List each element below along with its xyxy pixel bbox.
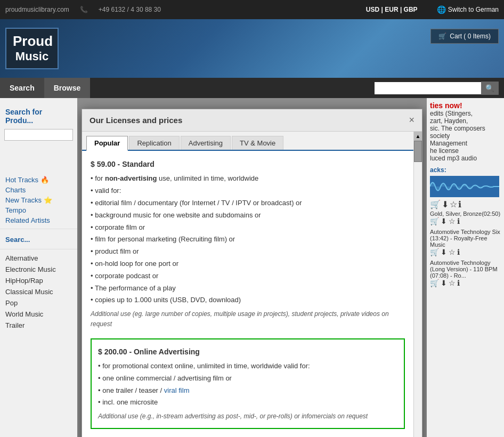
cart-button[interactable]: 🛒 Cart ( 0 Items): [430, 29, 499, 44]
standard-bullet-4: corporate film or: [91, 222, 405, 233]
advertising-bullet-4: incl. one microsite: [98, 397, 397, 408]
switch-language-label[interactable]: Switch to German: [448, 6, 499, 13]
track-1-info-icon[interactable]: ℹ: [457, 217, 460, 225]
tab-popular[interactable]: Popular: [86, 136, 128, 151]
track-item-2: Automotive Technology Six (13:42) - Roya…: [430, 229, 501, 256]
nav-search-input[interactable]: [375, 82, 481, 94]
tab-advertising[interactable]: Advertising: [181, 136, 231, 150]
track-2-actions: 🛒 ⬇ ☆ ℹ: [430, 248, 501, 256]
sidebar-item-tempo[interactable]: Tempo: [0, 205, 77, 215]
modal-overlay: Our Licenses and prices × Popular Replic…: [77, 98, 427, 437]
track-item-1: Gold, Silver, Bronze(02:50) 🛒 ⬇ ☆ ℹ: [430, 211, 501, 225]
license-modal: Our Licenses and prices × Popular Replic…: [82, 109, 422, 437]
sidebar-genre-electronic[interactable]: Electronic Music: [0, 264, 77, 275]
promo-line4: society: [430, 132, 501, 140]
standard-note: Additional use (eg. large number of copi…: [91, 309, 405, 329]
modal-close-button[interactable]: ×: [409, 115, 414, 126]
scrollbar-up-button[interactable]: ▲: [414, 132, 422, 141]
nav-search-area: 🔍: [375, 82, 499, 95]
advertising-bullet-2: one online commercial / advertising film…: [98, 373, 397, 384]
currency-selector[interactable]: USD | EUR | GBP: [366, 6, 418, 13]
gbp-label[interactable]: GBP: [404, 6, 418, 13]
sidebar-search-label: Searc...: [0, 232, 77, 246]
usd-label[interactable]: USD: [366, 6, 379, 13]
scrollbar-thumb[interactable]: [414, 141, 422, 162]
right-panel: ties now! edits (Stingers, zart, Hayden,…: [427, 98, 504, 437]
left-sidebar: Search for Produ... Hot Tracks Charts Ne…: [0, 98, 77, 437]
promo-line3: sic. The composers: [430, 125, 501, 132]
modal-title: Our Licenses and prices: [90, 116, 182, 125]
tab-replication[interactable]: Replication: [129, 136, 179, 150]
nav-search-label: Search: [10, 84, 35, 92]
sidebar-genre-trailer[interactable]: Trailer: [0, 320, 77, 331]
track-1-download-icon[interactable]: ⬇: [441, 217, 447, 225]
cart-icon: 🛒: [438, 33, 446, 40]
modal-body: Popular Replication Advertising TV & Mov…: [82, 132, 422, 437]
sidebar-item-charts[interactable]: Charts: [0, 185, 77, 195]
track-3-cart-icon[interactable]: 🛒: [430, 279, 439, 287]
nav-browse-label: Browse: [54, 84, 81, 92]
cart-add-icon[interactable]: 🛒: [430, 199, 441, 209]
track-3-actions: 🛒 ⬇ ☆ ℹ: [430, 279, 501, 287]
standard-bullet-5: film for personal marketing (Recruiting …: [91, 234, 405, 245]
sidebar-genre-classical[interactable]: Classical Music: [0, 286, 77, 297]
standard-bullet-1: for non-advertising use, unlimited in ti…: [91, 173, 405, 184]
top-bar: proudmusiclibrary.com 📞 +49 6132 / 4 30 …: [0, 0, 504, 19]
nav-search-button[interactable]: 🔍: [481, 82, 499, 95]
track-3-fav-icon[interactable]: ☆: [449, 279, 456, 287]
sidebar-item-new-tracks[interactable]: New Tracks: [0, 195, 77, 205]
download-icon[interactable]: ⬇: [442, 199, 449, 209]
standard-bullet-3: background music for one website and sub…: [91, 210, 405, 221]
sidebar-search-input[interactable]: [4, 129, 73, 141]
standard-price: $ 59.00 - Standard: [91, 158, 405, 170]
track-3-download-icon[interactable]: ⬇: [441, 279, 447, 287]
sidebar-genre-alternative[interactable]: Alternative: [0, 253, 77, 264]
eur-label[interactable]: EUR: [385, 6, 398, 13]
sidebar-item-hot-tracks[interactable]: Hot Tracks: [0, 175, 77, 185]
promo-line1: edits (Stingers,: [430, 110, 501, 117]
track-1-cart-icon[interactable]: 🛒: [430, 217, 439, 225]
modal-scroll-area[interactable]: Popular Replication Advertising TV & Mov…: [82, 132, 413, 437]
center-content: Our Licenses and prices × Popular Replic…: [77, 98, 427, 437]
sidebar-genre-pop[interactable]: Pop: [0, 297, 77, 309]
track-3-name: Automotive Technology (Long Version) - 1…: [430, 260, 501, 279]
promo-highlight: ties now!: [430, 101, 501, 110]
track-2-download-icon[interactable]: ⬇: [441, 248, 447, 256]
track-2-cart-icon[interactable]: 🛒: [430, 248, 439, 256]
nav-search-tab[interactable]: Search: [0, 78, 44, 98]
advertising-bullets: for promotional context online, unlimite…: [98, 361, 397, 408]
promo-line6: he license: [430, 147, 501, 155]
waveform-svg: [430, 176, 499, 197]
sidebar-item-related-artists[interactable]: Related Artists: [0, 215, 77, 225]
waveform-display: [430, 176, 499, 197]
favorite-icon[interactable]: ☆: [450, 199, 457, 209]
track-2-fav-icon[interactable]: ☆: [449, 248, 456, 256]
site-url: proudmusiclibrary.com: [5, 6, 69, 13]
main-layout: Search for Produ... Hot Tracks Charts Ne…: [0, 98, 504, 437]
standard-bullet-7: on-hold loop for one port or: [91, 258, 405, 270]
nav-browse-tab[interactable]: Browse: [44, 78, 91, 98]
advertising-note: Additional use (e.g., in-stream advertis…: [98, 411, 397, 422]
promo-line2: zart, Hayden,: [430, 117, 501, 125]
modal-scrollbar[interactable]: ▲ ▼: [413, 132, 422, 437]
site-header: Proud Music 🛒 Cart ( 0 Items): [0, 19, 504, 78]
track-1-fav-icon[interactable]: ☆: [449, 217, 456, 225]
right-promo-section: ties now! edits (Stingers, zart, Hayden,…: [430, 101, 501, 162]
cart-label: Cart ( 0 Items): [450, 33, 491, 40]
sidebar-genre-world[interactable]: World Music: [0, 309, 77, 320]
standard-bullet-6: product film or: [91, 246, 405, 257]
language-switcher[interactable]: 🌐 Switch to German: [437, 5, 499, 14]
site-logo[interactable]: Proud Music: [5, 28, 59, 69]
right-tracks-title: acks:: [430, 166, 501, 174]
modal-header: Our Licenses and prices ×: [82, 109, 422, 132]
sidebar-genre-hiphop[interactable]: HipHop/Rap: [0, 275, 77, 286]
scrollbar-track[interactable]: [414, 141, 422, 437]
info-icon[interactable]: ℹ: [458, 199, 461, 209]
track-2-info-icon[interactable]: ℹ: [457, 248, 460, 256]
track-3-info-icon[interactable]: ℹ: [457, 279, 460, 287]
logo-line2: Music: [13, 50, 51, 63]
globe-icon: 🌐: [437, 5, 446, 14]
promo-line7: luced mp3 audio: [430, 155, 501, 162]
track-1-name: Gold, Silver, Bronze(02:50): [430, 211, 501, 217]
tab-tv-movie[interactable]: TV & Movie: [232, 136, 283, 150]
